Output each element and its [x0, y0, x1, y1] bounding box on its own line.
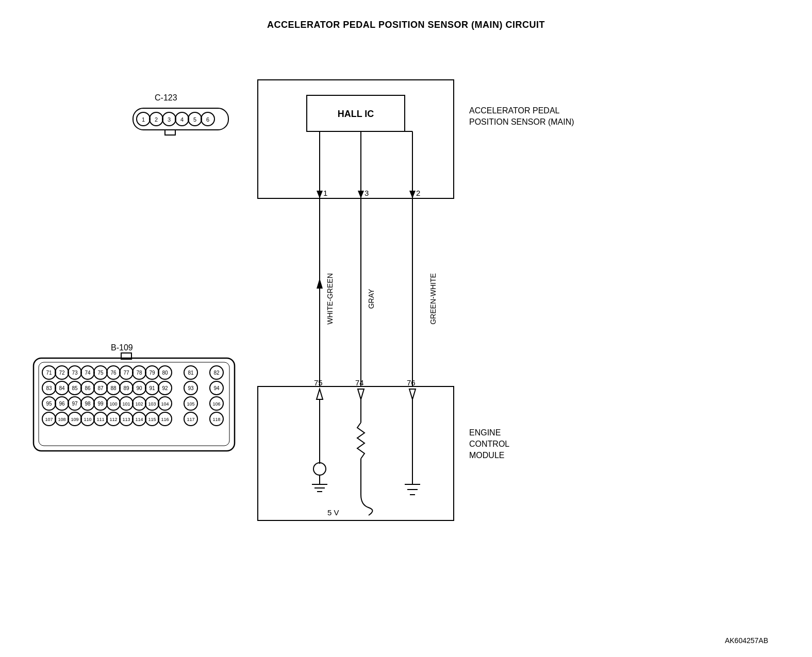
svg-text:98: 98	[85, 401, 91, 407]
svg-marker-16	[358, 389, 364, 399]
svg-text:89: 89	[123, 385, 129, 391]
wire-gray-label: GRAY	[367, 289, 375, 309]
ecm-label-line1: ENGINE	[469, 428, 501, 437]
sensor-label-line2: POSITION SENSOR (MAIN)	[469, 117, 574, 126]
svg-text:71: 71	[46, 370, 52, 376]
svg-text:113: 113	[122, 417, 130, 422]
svg-text:72: 72	[59, 370, 65, 376]
svg-text:2: 2	[155, 116, 158, 123]
svg-text:104: 104	[161, 401, 169, 407]
svg-text:118: 118	[212, 417, 220, 422]
svg-text:4: 4	[180, 116, 184, 123]
svg-text:1: 1	[142, 116, 145, 123]
ecm-label-line2: CONTROL	[469, 440, 509, 448]
svg-text:80: 80	[162, 370, 168, 376]
hall-ic-label: HALL IC	[338, 109, 374, 119]
svg-text:102: 102	[135, 401, 143, 407]
b109-label: B-109	[111, 343, 133, 352]
svg-text:111: 111	[96, 417, 104, 422]
svg-text:90: 90	[136, 385, 142, 391]
svg-text:96: 96	[59, 401, 65, 407]
svg-rect-43	[165, 130, 175, 135]
svg-text:88: 88	[110, 385, 117, 391]
svg-text:99: 99	[97, 401, 104, 407]
svg-rect-45	[39, 362, 229, 446]
ref-code: AK604257AB	[725, 636, 768, 645]
svg-text:115: 115	[148, 417, 156, 422]
svg-text:74: 74	[85, 370, 91, 376]
svg-text:5: 5	[193, 116, 196, 123]
svg-text:110: 110	[84, 417, 91, 422]
sensor-label-line1: ACCELERATOR PEDAL	[469, 106, 560, 115]
svg-text:6: 6	[206, 116, 209, 123]
svg-text:83: 83	[46, 385, 52, 391]
svg-text:85: 85	[72, 385, 78, 391]
svg-text:77: 77	[123, 370, 129, 376]
svg-text:86: 86	[85, 385, 91, 391]
svg-text:112: 112	[109, 417, 117, 422]
svg-text:82: 82	[213, 370, 220, 376]
svg-text:75: 75	[97, 370, 104, 376]
wire-white-green-label: WHITE-GREEN	[326, 273, 334, 325]
svg-text:95: 95	[46, 401, 52, 407]
ecm-label-line3: MODULE	[469, 451, 504, 460]
c123-label: C-123	[155, 93, 177, 102]
svg-text:106: 106	[212, 401, 220, 407]
voltage-5v-label: 5 V	[327, 508, 339, 517]
pin76-label: 76	[407, 378, 416, 387]
svg-text:73: 73	[72, 370, 78, 376]
svg-text:79: 79	[149, 370, 155, 376]
svg-text:114: 114	[135, 417, 143, 422]
svg-text:107: 107	[45, 417, 53, 422]
svg-marker-15	[317, 389, 323, 399]
svg-text:81: 81	[188, 370, 194, 376]
pin1-label: 1	[323, 189, 327, 197]
svg-text:94: 94	[213, 385, 220, 391]
svg-text:105: 105	[187, 401, 194, 407]
svg-text:103: 103	[148, 401, 156, 407]
svg-text:109: 109	[71, 417, 78, 422]
svg-marker-3	[317, 191, 323, 198]
svg-text:93: 93	[188, 385, 194, 391]
svg-marker-5	[358, 191, 364, 198]
svg-text:116: 116	[161, 417, 169, 422]
svg-rect-14	[258, 386, 454, 520]
svg-text:92: 92	[162, 385, 168, 391]
svg-text:84: 84	[59, 385, 65, 391]
svg-text:87: 87	[97, 385, 104, 391]
svg-text:76: 76	[110, 370, 117, 376]
svg-text:78: 78	[136, 370, 142, 376]
svg-point-19	[313, 463, 326, 475]
svg-text:91: 91	[149, 385, 155, 391]
pin75-label: 75	[314, 378, 323, 387]
svg-text:97: 97	[72, 401, 78, 407]
pin3-label: 3	[364, 189, 369, 197]
wire-green-white-label: GREEN-WHITE	[429, 273, 437, 325]
svg-marker-17	[409, 389, 416, 399]
svg-text:117: 117	[187, 417, 194, 422]
svg-text:100: 100	[109, 401, 117, 407]
svg-rect-0	[258, 80, 454, 198]
svg-marker-7	[409, 191, 416, 198]
svg-text:3: 3	[168, 116, 171, 123]
pin2-label: 2	[416, 189, 420, 197]
pin74-label: 74	[355, 378, 364, 387]
svg-text:101: 101	[122, 401, 130, 407]
svg-text:108: 108	[58, 417, 65, 422]
